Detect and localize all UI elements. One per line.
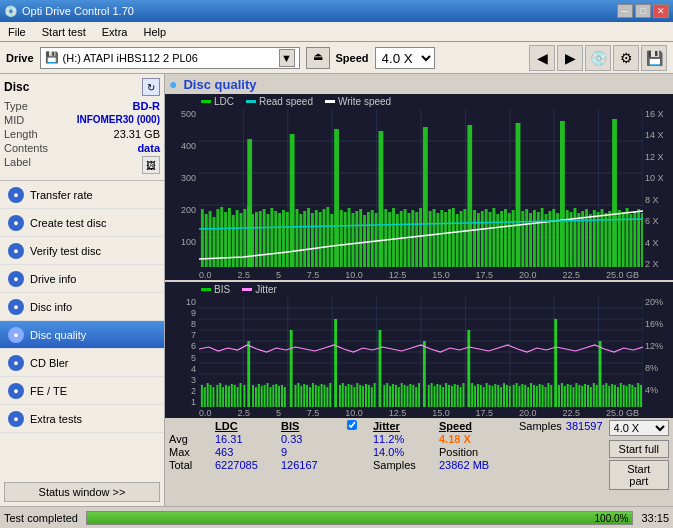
- svg-rect-259: [547, 383, 549, 407]
- svg-rect-104: [552, 209, 555, 267]
- disc-refresh-button[interactable]: ↻: [142, 78, 160, 96]
- minimize-button[interactable]: ─: [617, 4, 633, 18]
- sidebar-item-drive-info[interactable]: ● Drive info: [0, 265, 164, 293]
- svg-rect-46: [319, 212, 322, 267]
- svg-rect-284: [623, 385, 625, 407]
- svg-rect-193: [348, 384, 350, 407]
- legend-read-speed-label: Read speed: [259, 96, 313, 107]
- jitter-checkbox-container[interactable]: [347, 420, 367, 432]
- svg-rect-212: [407, 386, 409, 407]
- svg-rect-253: [530, 383, 532, 407]
- svg-rect-76: [440, 210, 443, 267]
- sidebar-item-fe-te[interactable]: ● FE / TE: [0, 377, 164, 405]
- status-window-button[interactable]: Status window >>: [4, 482, 160, 502]
- svg-rect-228: [457, 385, 459, 407]
- nav-left-button[interactable]: ◀: [529, 45, 555, 71]
- svg-rect-186: [324, 385, 326, 407]
- stats-samples-label: Samples: [373, 459, 433, 471]
- sidebar-label-fe-te: FE / TE: [30, 385, 67, 397]
- svg-rect-74: [433, 209, 436, 267]
- svg-rect-170: [269, 387, 271, 407]
- svg-rect-175: [284, 387, 286, 407]
- svg-rect-286: [629, 384, 631, 407]
- svg-rect-243: [503, 383, 505, 407]
- stats-position-label: Position: [439, 446, 509, 458]
- chart2-canvas: [199, 297, 643, 407]
- svg-rect-99: [533, 210, 536, 267]
- svg-rect-114: [593, 210, 596, 267]
- svg-rect-282: [617, 387, 619, 407]
- svg-rect-181: [309, 387, 311, 407]
- disc-row-label: Label 🖼: [4, 156, 160, 174]
- svg-rect-87: [485, 209, 488, 267]
- drive-dropdown-btn[interactable]: ▼: [279, 49, 295, 67]
- speed-select[interactable]: 4.0 X 2.0 X 8.0 X: [375, 47, 435, 69]
- nav-icon-drive-info: ●: [8, 271, 24, 287]
- svg-rect-289: [637, 383, 639, 407]
- svg-rect-51: [340, 210, 343, 267]
- svg-rect-162: [243, 385, 245, 407]
- svg-rect-38: [286, 212, 289, 267]
- svg-rect-25: [240, 213, 243, 267]
- svg-rect-257: [542, 385, 544, 407]
- svg-rect-177: [297, 383, 299, 407]
- menu-help[interactable]: Help: [135, 24, 174, 40]
- svg-rect-237: [486, 383, 488, 407]
- start-part-button[interactable]: Start part: [609, 460, 669, 490]
- save-button[interactable]: 💾: [641, 45, 667, 71]
- svg-rect-240: [494, 384, 496, 407]
- svg-rect-169: [267, 383, 269, 407]
- stats-bottom: LDC BIS Jitter Speed Avg 16.31 0.33 11.2…: [165, 418, 673, 492]
- disc-button[interactable]: 💿: [585, 45, 611, 71]
- sidebar-item-transfer-rate[interactable]: ● Transfer rate: [0, 181, 164, 209]
- disc-row-mid: MID INFOMER30 (000): [4, 114, 160, 126]
- menu-file[interactable]: File: [0, 24, 34, 40]
- drive-selector[interactable]: 💾 (H:) ATAPI iHBS112 2 PL06 ▼: [40, 47, 300, 69]
- svg-rect-209: [398, 387, 400, 407]
- disc-row-type: Type BD-R: [4, 100, 160, 112]
- menu-extra[interactable]: Extra: [94, 24, 136, 40]
- maximize-button[interactable]: □: [635, 4, 651, 18]
- svg-rect-276: [599, 341, 602, 407]
- svg-rect-260: [550, 385, 552, 407]
- sidebar-item-create-test-disc[interactable]: ● Create test disc: [0, 209, 164, 237]
- svg-rect-36: [278, 213, 281, 267]
- nav-right-button[interactable]: ▶: [557, 45, 583, 71]
- svg-rect-157: [228, 386, 230, 407]
- svg-rect-44: [311, 213, 314, 267]
- main-layout: Disc ↻ Type BD-R MID INFOMER30 (000) Len…: [0, 74, 673, 506]
- speed-dropdown[interactable]: 4.0 X: [609, 420, 669, 436]
- disc-key-length: Length: [4, 128, 38, 140]
- svg-rect-154: [219, 383, 221, 407]
- sidebar-item-disc-info[interactable]: ● Disc info: [0, 293, 164, 321]
- close-button[interactable]: ✕: [653, 4, 669, 18]
- settings-button[interactable]: ⚙: [613, 45, 639, 71]
- stats-avg-label: Avg: [169, 433, 209, 445]
- sidebar-item-extra-tests[interactable]: ● Extra tests: [0, 405, 164, 433]
- sidebar-item-disc-quality[interactable]: ● Disc quality: [0, 321, 164, 349]
- svg-rect-111: [581, 211, 584, 267]
- start-full-button[interactable]: Start full: [609, 440, 669, 458]
- svg-rect-210: [401, 383, 403, 407]
- svg-rect-254: [533, 385, 535, 407]
- svg-rect-60: [375, 213, 378, 267]
- svg-rect-161: [240, 383, 242, 407]
- sidebar-item-cd-bler[interactable]: ● CD Bler: [0, 349, 164, 377]
- svg-rect-40: [296, 209, 299, 267]
- svg-rect-281: [614, 385, 616, 407]
- svg-rect-152: [247, 341, 250, 407]
- svg-rect-191: [342, 383, 344, 407]
- label-icon-button[interactable]: 🖼: [142, 156, 160, 174]
- svg-rect-43: [307, 208, 310, 267]
- svg-rect-222: [439, 385, 441, 407]
- eject-button[interactable]: ⏏: [306, 47, 330, 69]
- svg-rect-233: [474, 386, 476, 407]
- jitter-checkbox[interactable]: [347, 420, 357, 430]
- sidebar-item-verify-test-disc[interactable]: ● Verify test disc: [0, 237, 164, 265]
- svg-rect-255: [536, 386, 538, 407]
- svg-rect-185: [321, 384, 323, 407]
- svg-rect-258: [545, 387, 547, 407]
- svg-rect-272: [587, 385, 589, 407]
- menu-start-test[interactable]: Start test: [34, 24, 94, 40]
- svg-rect-242: [500, 387, 502, 407]
